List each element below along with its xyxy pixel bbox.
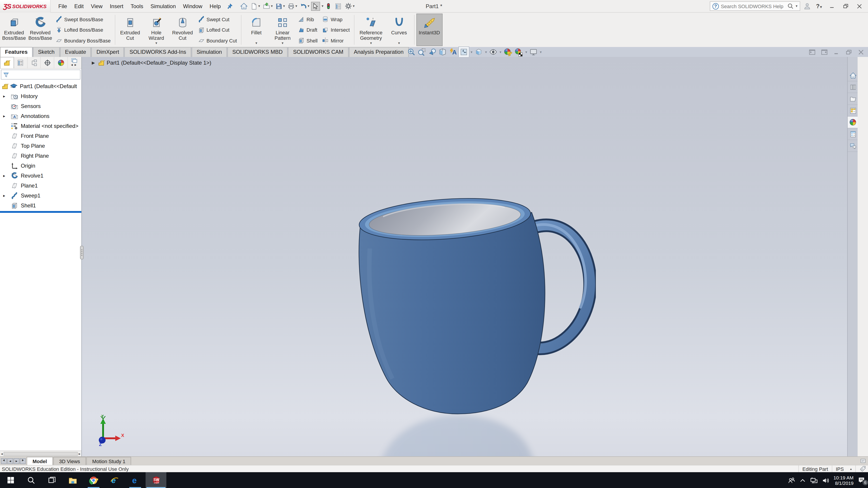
tree-item-shell1[interactable]: Shell1	[0, 201, 81, 210]
last-tab-icon[interactable]: ⯈	[20, 458, 26, 464]
curves-caret-icon[interactable]: ▾	[398, 41, 400, 45]
file-explorer-button[interactable]	[62, 472, 83, 488]
tab-solidworks-add-ins[interactable]: SOLIDWORKS Add-Ins	[125, 47, 191, 57]
view-orientation-icon[interactable]	[459, 47, 469, 57]
tab-evaluate[interactable]: Evaluate	[60, 47, 91, 57]
tree-item-sensors[interactable]: Sensors	[0, 101, 81, 111]
menu-edit[interactable]: Edit	[71, 1, 87, 11]
tree-item-sweep1[interactable]: ▸ Sweep1	[0, 191, 81, 201]
menu-window[interactable]: Window	[180, 1, 206, 11]
taskpane-custom-properties-tab[interactable]	[848, 128, 858, 140]
revolved-boss-base-button[interactable]: Revolved Boss/Base	[27, 13, 53, 46]
network-icon[interactable]	[810, 476, 817, 484]
search-caret-icon[interactable]: ▾	[796, 4, 798, 8]
mug-model[interactable]	[356, 194, 596, 456]
revolved-cut-button[interactable]: Revolved Cut	[169, 13, 195, 46]
view-orientation-caret-icon[interactable]: ▾	[471, 50, 472, 54]
tab-motion-study-1[interactable]: Motion Study 1	[86, 457, 131, 465]
fillet-button[interactable]: Fillet ▾	[243, 13, 270, 46]
prev-tab-icon[interactable]: ◂	[7, 458, 13, 464]
save-caret-icon[interactable]: ▾	[283, 4, 285, 8]
doc-close-icon[interactable]	[858, 48, 864, 56]
task-view-button[interactable]	[41, 472, 62, 488]
undo-button[interactable]: ▾	[299, 2, 310, 11]
help-menu-button[interactable]: ?▾	[814, 3, 824, 9]
tab-3d-views[interactable]: 3D Views	[53, 457, 86, 465]
next-tab-icon[interactable]: ▸	[13, 458, 20, 464]
expand-arrow-icon[interactable]: ▶	[92, 61, 95, 65]
select-caret-icon[interactable]: ▾	[322, 4, 323, 8]
menu-tools[interactable]: Tools	[127, 1, 147, 11]
options-button[interactable]: ▾	[344, 1, 355, 11]
tab-strip-options-icon[interactable]	[860, 458, 866, 464]
window-close-button[interactable]	[855, 2, 864, 9]
viewport-feature-tree-header[interactable]: ▶ Part1 (Default<<Default>_Display State…	[92, 59, 211, 66]
tab-features[interactable]: Features	[0, 47, 33, 57]
tab-sketch[interactable]: Sketch	[33, 47, 59, 57]
tab-simulation[interactable]: Simulation	[192, 47, 227, 57]
pin-menu-icon[interactable]	[227, 2, 233, 10]
swept-boss-base-button[interactable]: Swept Boss/Base	[54, 15, 112, 23]
scrollbar-thumb[interactable]	[4, 452, 78, 456]
tree-item-front-plane[interactable]: Front Plane	[0, 131, 81, 141]
start-button[interactable]	[0, 472, 21, 488]
taskbar-search-button[interactable]	[21, 472, 41, 488]
display-style-caret-icon[interactable]: ▾	[485, 50, 487, 54]
zoom-to-fit-icon[interactable]	[407, 47, 416, 57]
open-button[interactable]: ▾	[262, 1, 274, 11]
fillet-caret-icon[interactable]: ▾	[255, 41, 257, 45]
dynamic-annotation-views-icon[interactable]	[448, 47, 458, 57]
scroll-left-icon[interactable]: ◂	[1, 452, 3, 456]
collapse-left-pane-icon[interactable]	[809, 48, 815, 56]
internet-explorer-button[interactable]	[104, 472, 125, 488]
intersect-button[interactable]: Intersect	[321, 26, 351, 34]
tree-item-part1[interactable]: Part1 (Default<<Default	[0, 81, 81, 91]
tab-dimxpert[interactable]: DimXpert	[92, 47, 124, 57]
doc-minimize-icon[interactable]	[833, 48, 840, 56]
menu-file[interactable]: File	[55, 1, 70, 11]
print-caret-icon[interactable]: ▾	[296, 4, 297, 8]
menu-simulation[interactable]: Simulation	[147, 1, 179, 11]
tree-item-material[interactable]: Material <not specified>	[0, 121, 81, 131]
mirror-button[interactable]: Mirror	[321, 37, 351, 44]
display-style-icon[interactable]	[474, 47, 483, 57]
tree-item-plane1[interactable]: Plane1	[0, 181, 81, 191]
menu-view[interactable]: View	[88, 1, 106, 11]
open-caret-icon[interactable]: ▾	[271, 4, 273, 8]
configuration-manager-tab[interactable]	[27, 57, 41, 68]
file-properties-button[interactable]	[334, 2, 343, 11]
dimxpert-manager-tab[interactable]	[41, 57, 55, 68]
taskpane-file-explorer-tab[interactable]	[848, 93, 858, 105]
lofted-cut-button[interactable]: Lofted Cut	[196, 26, 238, 34]
hole-wizard-button[interactable]: Hole Wizard ▾	[143, 13, 169, 46]
taskpane-design-library-tab[interactable]	[848, 81, 858, 93]
boundary-cut-button[interactable]: Boundary Cut	[196, 37, 238, 44]
new-document-button[interactable]: ▾	[250, 2, 261, 11]
tab-model[interactable]: Model	[27, 457, 53, 465]
taskpane-home-tab[interactable]	[848, 70, 858, 81]
window-minimize-button[interactable]	[827, 2, 837, 9]
action-center-button[interactable]: 6	[858, 476, 865, 484]
linear-pattern-button[interactable]: Linear Pattern ▾	[270, 13, 296, 46]
reference-geometry-button[interactable]: Reference Geometry ▾	[356, 13, 386, 46]
section-view-icon[interactable]	[438, 47, 447, 57]
extruded-boss-base-button[interactable]: Extruded Boss/Base	[1, 13, 27, 46]
menu-insert[interactable]: Insert	[107, 1, 127, 11]
zoom-to-area-icon[interactable]	[417, 47, 426, 57]
view-settings-icon[interactable]	[529, 47, 538, 57]
help-caret-icon[interactable]: ▾	[820, 5, 822, 9]
apply-scene-icon[interactable]	[514, 47, 524, 57]
taskbar-clock[interactable]: 10:19 AM 8/1/2019	[833, 475, 854, 486]
select-tool-button[interactable]	[311, 2, 320, 11]
expander-icon[interactable]: ▸	[3, 173, 5, 178]
tree-item-right-plane[interactable]: Right Plane	[0, 151, 81, 161]
panel-splitter-handle[interactable]	[80, 246, 84, 259]
tree-filter-box[interactable]	[1, 70, 81, 79]
unit-system-text[interactable]: IPS	[836, 466, 844, 471]
expander-icon[interactable]: ▸	[3, 193, 5, 198]
reference-geometry-caret-icon[interactable]: ▾	[370, 41, 372, 45]
tab-solidworks-mbd[interactable]: SOLIDWORKS MBD	[227, 47, 288, 57]
instant3d-button[interactable]: Instant3D	[416, 13, 442, 46]
show-hidden-icons-chevron[interactable]	[799, 476, 806, 484]
taskpane-forum-tab[interactable]	[848, 140, 858, 152]
